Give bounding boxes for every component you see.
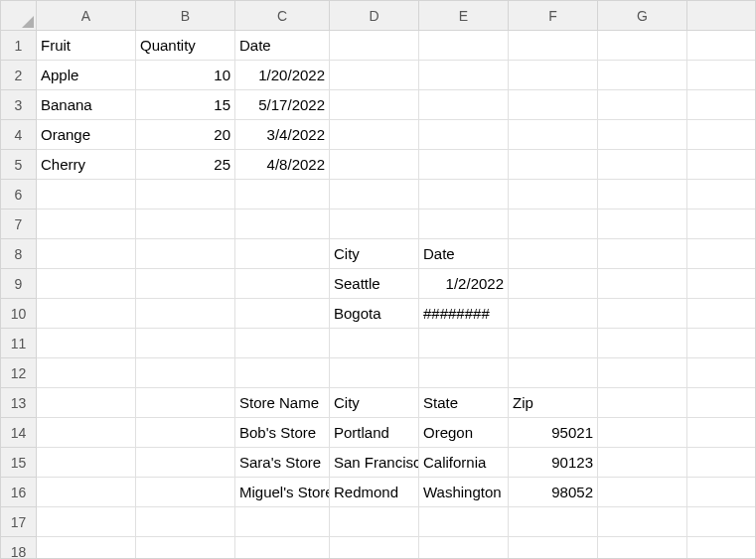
cell-D7[interactable]: [330, 210, 419, 239]
cell-H18[interactable]: [687, 537, 756, 559]
cell-A12[interactable]: [37, 358, 136, 388]
cell-B10[interactable]: [136, 299, 235, 329]
cell-G3[interactable]: [598, 90, 687, 120]
cell-H5[interactable]: [687, 150, 756, 180]
cell-H15[interactable]: [687, 448, 756, 478]
cell-B9[interactable]: [136, 269, 235, 299]
cell-G4[interactable]: [598, 120, 687, 150]
cell-B15[interactable]: [136, 448, 235, 478]
cell-C18[interactable]: [235, 537, 330, 559]
cell-F12[interactable]: [509, 358, 598, 388]
cell-C9[interactable]: [235, 269, 330, 299]
cell-A9[interactable]: [37, 269, 136, 299]
cell-E15[interactable]: California: [419, 448, 509, 478]
cell-H4[interactable]: [687, 120, 756, 150]
row-header-9[interactable]: 9: [1, 269, 37, 299]
cell-E1[interactable]: [419, 31, 509, 61]
row-header-7[interactable]: 7: [1, 210, 37, 239]
cell-E16[interactable]: Washington: [419, 478, 509, 507]
cell-F18[interactable]: [509, 537, 598, 559]
cell-A5[interactable]: Cherry: [37, 150, 136, 180]
cell-D5[interactable]: [330, 150, 419, 180]
cell-B1[interactable]: Quantity: [136, 31, 235, 61]
cell-H7[interactable]: [687, 210, 756, 239]
cell-H10[interactable]: [687, 299, 756, 329]
cell-G9[interactable]: [598, 269, 687, 299]
cell-C17[interactable]: [235, 507, 330, 537]
col-header-F[interactable]: F: [509, 1, 598, 31]
cell-E17[interactable]: [419, 507, 509, 537]
cell-B8[interactable]: [136, 239, 235, 269]
cell-D13[interactable]: City: [330, 388, 419, 418]
cell-B4[interactable]: 20: [136, 120, 235, 150]
cell-C8[interactable]: [235, 239, 330, 269]
cell-F9[interactable]: [509, 269, 598, 299]
row-header-2[interactable]: 2: [1, 61, 37, 90]
cell-C11[interactable]: [235, 329, 330, 358]
cell-F11[interactable]: [509, 329, 598, 358]
cell-B5[interactable]: 25: [136, 150, 235, 180]
cell-A18[interactable]: [37, 537, 136, 559]
cell-F10[interactable]: [509, 299, 598, 329]
cell-E6[interactable]: [419, 180, 509, 210]
cell-D6[interactable]: [330, 180, 419, 210]
cell-D16[interactable]: Redmond: [330, 478, 419, 507]
cell-G7[interactable]: [598, 210, 687, 239]
cell-F3[interactable]: [509, 90, 598, 120]
row-header-13[interactable]: 13: [1, 388, 37, 418]
cell-G11[interactable]: [598, 329, 687, 358]
cell-G1[interactable]: [598, 31, 687, 61]
cell-G5[interactable]: [598, 150, 687, 180]
row-header-18[interactable]: 18: [1, 537, 37, 559]
cell-E4[interactable]: [419, 120, 509, 150]
cell-G2[interactable]: [598, 61, 687, 90]
cell-C15[interactable]: Sara's Store: [235, 448, 330, 478]
cell-A1[interactable]: Fruit: [37, 31, 136, 61]
cell-G18[interactable]: [598, 537, 687, 559]
col-header-E[interactable]: E: [419, 1, 509, 31]
cell-D14[interactable]: Portland: [330, 418, 419, 448]
cell-H13[interactable]: [687, 388, 756, 418]
cell-C14[interactable]: Bob's Store: [235, 418, 330, 448]
cell-A17[interactable]: [37, 507, 136, 537]
cell-C13[interactable]: Store Name: [235, 388, 330, 418]
cell-E12[interactable]: [419, 358, 509, 388]
cell-F13[interactable]: Zip: [509, 388, 598, 418]
cell-G16[interactable]: [598, 478, 687, 507]
cell-C1[interactable]: Date: [235, 31, 330, 61]
cell-B6[interactable]: [136, 180, 235, 210]
cell-G6[interactable]: [598, 180, 687, 210]
cell-B17[interactable]: [136, 507, 235, 537]
col-header-D[interactable]: D: [330, 1, 419, 31]
cell-H8[interactable]: [687, 239, 756, 269]
row-header-6[interactable]: 6: [1, 180, 37, 210]
cell-C10[interactable]: [235, 299, 330, 329]
cell-A13[interactable]: [37, 388, 136, 418]
cell-D18[interactable]: [330, 537, 419, 559]
row-header-3[interactable]: 3: [1, 90, 37, 120]
cell-G15[interactable]: [598, 448, 687, 478]
cell-D17[interactable]: [330, 507, 419, 537]
cell-E7[interactable]: [419, 210, 509, 239]
cell-C12[interactable]: [235, 358, 330, 388]
cell-H17[interactable]: [687, 507, 756, 537]
cell-C4[interactable]: 3/4/2022: [235, 120, 330, 150]
cell-D8[interactable]: City: [330, 239, 419, 269]
cell-F17[interactable]: [509, 507, 598, 537]
cell-E9[interactable]: 1/2/2022: [419, 269, 509, 299]
cell-F5[interactable]: [509, 150, 598, 180]
cell-A11[interactable]: [37, 329, 136, 358]
cell-D11[interactable]: [330, 329, 419, 358]
row-header-5[interactable]: 5: [1, 150, 37, 180]
cell-F14[interactable]: 95021: [509, 418, 598, 448]
cell-A15[interactable]: [37, 448, 136, 478]
row-header-8[interactable]: 8: [1, 239, 37, 269]
cell-H1[interactable]: [687, 31, 756, 61]
row-header-15[interactable]: 15: [1, 448, 37, 478]
cell-E3[interactable]: [419, 90, 509, 120]
cell-H14[interactable]: [687, 418, 756, 448]
cell-C5[interactable]: 4/8/2022: [235, 150, 330, 180]
cell-A16[interactable]: [37, 478, 136, 507]
cell-B13[interactable]: [136, 388, 235, 418]
cell-A10[interactable]: [37, 299, 136, 329]
